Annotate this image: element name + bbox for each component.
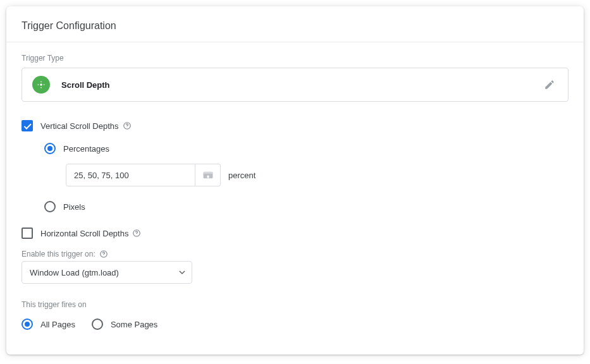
fires-section: This trigger fires on All Pages Some Pag… bbox=[22, 300, 568, 339]
some-pages-radio[interactable] bbox=[92, 318, 103, 330]
svg-point-0 bbox=[40, 83, 42, 86]
card-title: Trigger Configuration bbox=[6, 6, 584, 42]
trigger-type-row[interactable]: Scroll Depth bbox=[22, 68, 568, 102]
percentages-label: Percentages bbox=[63, 144, 109, 154]
svg-rect-5 bbox=[207, 176, 209, 178]
all-pages-label: All Pages bbox=[40, 320, 75, 329]
vertical-radio-group: Percentages percent Pixels bbox=[44, 141, 568, 214]
percentages-option: Percentages bbox=[44, 141, 568, 156]
vertical-checkbox[interactable] bbox=[22, 120, 33, 131]
variable-button[interactable] bbox=[195, 164, 221, 186]
svg-point-7 bbox=[137, 234, 137, 235]
help-icon[interactable] bbox=[123, 121, 132, 130]
pixels-radio[interactable] bbox=[44, 201, 56, 212]
help-icon[interactable] bbox=[132, 229, 141, 238]
trigger-type-name: Scroll Depth bbox=[61, 80, 541, 90]
some-pages-label: Some Pages bbox=[111, 320, 157, 329]
enable-section: Enable this trigger on: Window Load (gtm… bbox=[22, 247, 568, 284]
fires-label: This trigger fires on bbox=[22, 300, 568, 309]
card-body: Trigger Type Scroll Depth Vertical Scrol… bbox=[6, 42, 584, 355]
percentages-input[interactable] bbox=[66, 164, 195, 186]
percent-unit: percent bbox=[228, 171, 255, 180]
enable-label-text: Enable this trigger on: bbox=[22, 250, 95, 258]
all-pages-radio[interactable] bbox=[22, 318, 33, 330]
help-icon[interactable] bbox=[99, 250, 108, 258]
trigger-config-card: Trigger Configuration Trigger Type Scrol… bbox=[6, 6, 584, 355]
enable-label: Enable this trigger on: bbox=[22, 250, 108, 258]
scroll-icon bbox=[32, 76, 50, 94]
percentages-radio[interactable] bbox=[44, 143, 56, 154]
horizontal-label: Horizontal Scroll Depths bbox=[40, 229, 128, 238]
svg-point-9 bbox=[103, 255, 104, 256]
enable-value: Window Load (gtm.load) bbox=[30, 268, 119, 277]
vertical-scroll-depths-row: Vertical Scroll Depths bbox=[22, 118, 568, 133]
fires-options: All Pages Some Pages bbox=[22, 317, 568, 339]
enable-select[interactable]: Window Load (gtm.load) bbox=[22, 261, 192, 284]
svg-rect-4 bbox=[203, 172, 212, 174]
chevron-down-icon bbox=[179, 268, 185, 277]
svg-point-2 bbox=[126, 127, 127, 128]
all-pages-option: All Pages bbox=[22, 317, 75, 332]
trigger-type-label: Trigger Type bbox=[22, 54, 568, 63]
horizontal-scroll-depths-row: Horizontal Scroll Depths bbox=[22, 226, 568, 241]
horizontal-checkbox[interactable] bbox=[22, 228, 33, 239]
vertical-label: Vertical Scroll Depths bbox=[40, 121, 119, 131]
edit-icon[interactable] bbox=[541, 76, 558, 93]
pixels-option: Pixels bbox=[44, 199, 568, 214]
some-pages-option: Some Pages bbox=[92, 317, 157, 332]
pixels-label: Pixels bbox=[63, 202, 85, 212]
percentages-input-row: percent bbox=[66, 164, 568, 186]
